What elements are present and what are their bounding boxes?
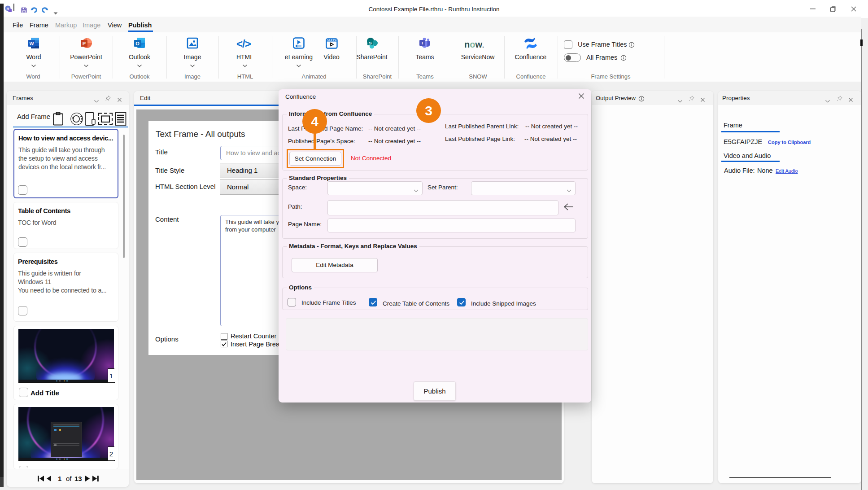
svg-text:W: W bbox=[30, 41, 34, 46]
svg-text:1: 1 bbox=[58, 475, 61, 482]
svg-text:O: O bbox=[135, 41, 140, 46]
svg-text:T: T bbox=[421, 40, 424, 45]
svg-text:13: 13 bbox=[74, 475, 82, 482]
svg-text:of: of bbox=[66, 475, 72, 482]
svg-text:P: P bbox=[83, 41, 86, 46]
svg-text:S: S bbox=[369, 40, 371, 45]
svg-text:R: R bbox=[7, 7, 9, 11]
